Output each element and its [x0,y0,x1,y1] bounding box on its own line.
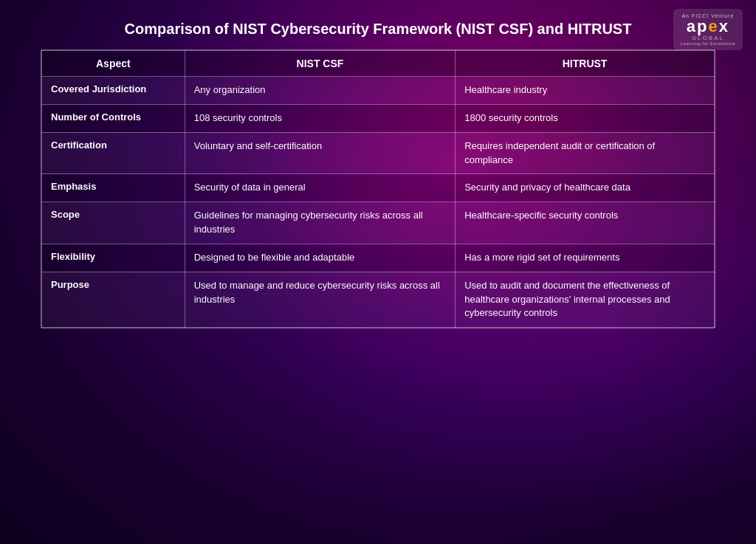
header-hitrust: HITRUST [456,51,715,77]
comparison-table-container: Aspect NIST CSF HITRUST Covered Jurisdic… [41,49,715,328]
logo-box: An FICCI Venture apex GLOBAL Learning fo… [673,9,743,50]
cell-nist-4: Guidelines for managing cybersecurity ri… [185,202,455,244]
comparison-table: Aspect NIST CSF HITRUST Covered Jurisdic… [41,50,715,328]
cell-aspect-6: Purpose [42,272,185,328]
cell-hitrust-2: Requires independent audit or certificat… [456,132,715,174]
cell-aspect-1: Number of Controls [42,104,185,132]
logo-tagline: Learning for Excellence [681,41,735,46]
content-wrapper: Comparison of NIST Cybersecurity Framewo… [0,0,756,544]
table-row: EmphasisSecurity of data in generalSecur… [42,174,715,202]
table-row: FlexibilityDesigned to be flexible and a… [42,244,715,272]
logo-area: An FICCI Venture apex GLOBAL Learning fo… [673,9,743,50]
cell-nist-1: 108 security controls [185,104,455,132]
cell-hitrust-0: Healthcare industry [456,77,715,105]
cell-nist-0: Any organization [185,77,455,105]
cell-hitrust-5: Has a more rigid set of requirements [456,244,715,272]
logo-global: GLOBAL [692,35,724,41]
cell-hitrust-4: Healthcare-specific security controls [456,202,715,244]
table-header-row: Aspect NIST CSF HITRUST [42,51,715,77]
table-row: Number of Controls108 security controls1… [42,104,715,132]
cell-aspect-2: Certification [42,132,185,174]
logo-apex: apex [687,18,729,35]
cell-aspect-3: Emphasis [42,174,185,202]
page-title: Comparison of NIST Cybersecurity Framewo… [125,21,632,38]
cell-aspect-4: Scope [42,202,185,244]
cell-aspect-5: Flexibility [42,244,185,272]
table-row: PurposeUsed to manage and reduce cyberse… [42,272,715,328]
table-row: Covered JurisdictionAny organizationHeal… [42,77,715,105]
cell-nist-6: Used to manage and reduce cybersecurity … [185,272,455,328]
cell-aspect-0: Covered Jurisdiction [42,77,185,105]
cell-hitrust-3: Security and privacy of healthcare data [456,174,715,202]
cell-nist-5: Designed to be flexible and adaptable [185,244,455,272]
header-aspect: Aspect [42,51,185,77]
cell-hitrust-1: 1800 security controls [456,104,715,132]
cell-nist-3: Security of data in general [185,174,455,202]
cell-nist-2: Voluntary and self-certification [185,132,455,174]
table-row: CertificationVoluntary and self-certific… [42,132,715,174]
header-nist: NIST CSF [185,51,455,77]
cell-hitrust-6: Used to audit and document the effective… [456,272,715,328]
table-row: ScopeGuidelines for managing cybersecuri… [42,202,715,244]
